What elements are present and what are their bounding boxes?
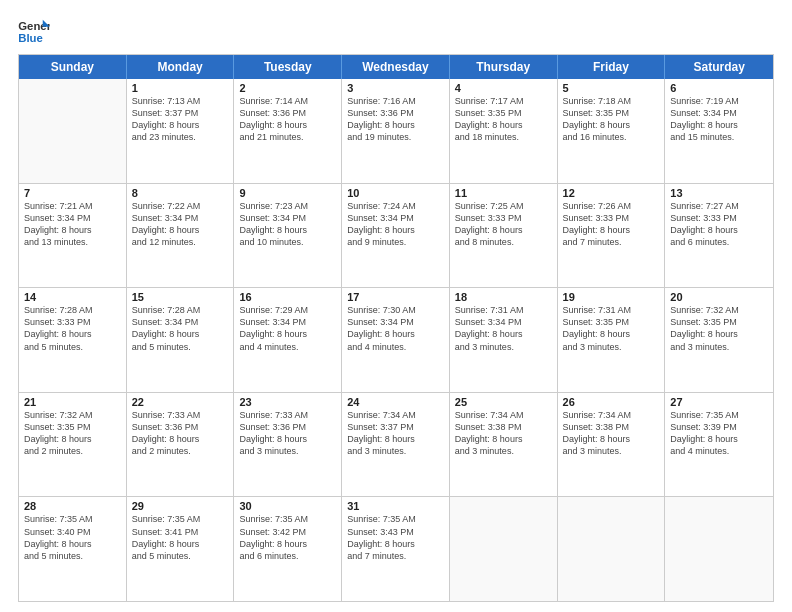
day-number: 30: [239, 500, 336, 512]
cell-line: Sunrise: 7:29 AM: [239, 304, 336, 316]
cell-line: and 15 minutes.: [670, 131, 768, 143]
day-cell-7: 7Sunrise: 7:21 AMSunset: 3:34 PMDaylight…: [19, 184, 127, 288]
day-number: 16: [239, 291, 336, 303]
day-cell-4: 4Sunrise: 7:17 AMSunset: 3:35 PMDaylight…: [450, 79, 558, 183]
cell-line: and 23 minutes.: [132, 131, 229, 143]
day-cell-19: 19Sunrise: 7:31 AMSunset: 3:35 PMDayligh…: [558, 288, 666, 392]
cell-line: and 2 minutes.: [132, 445, 229, 457]
cell-line: Sunset: 3:36 PM: [239, 107, 336, 119]
day-cell-17: 17Sunrise: 7:30 AMSunset: 3:34 PMDayligh…: [342, 288, 450, 392]
cell-line: and 3 minutes.: [239, 445, 336, 457]
day-number: 13: [670, 187, 768, 199]
cell-line: Sunset: 3:37 PM: [347, 421, 444, 433]
day-number: 24: [347, 396, 444, 408]
day-number: 15: [132, 291, 229, 303]
page: General Blue SundayMondayTuesdayWednesda…: [0, 0, 792, 612]
cell-line: Sunrise: 7:34 AM: [347, 409, 444, 421]
cell-line: and 13 minutes.: [24, 236, 121, 248]
cell-line: Sunrise: 7:23 AM: [239, 200, 336, 212]
cell-line: Sunset: 3:42 PM: [239, 526, 336, 538]
cell-line: Daylight: 8 hours: [347, 328, 444, 340]
day-cell-26: 26Sunrise: 7:34 AMSunset: 3:38 PMDayligh…: [558, 393, 666, 497]
cell-line: and 18 minutes.: [455, 131, 552, 143]
cell-line: and 4 minutes.: [239, 341, 336, 353]
cell-line: Sunset: 3:37 PM: [132, 107, 229, 119]
day-number: 31: [347, 500, 444, 512]
cell-line: and 19 minutes.: [347, 131, 444, 143]
cell-line: Sunrise: 7:28 AM: [132, 304, 229, 316]
day-cell-5: 5Sunrise: 7:18 AMSunset: 3:35 PMDaylight…: [558, 79, 666, 183]
cell-line: Sunrise: 7:34 AM: [563, 409, 660, 421]
cell-line: Sunrise: 7:35 AM: [239, 513, 336, 525]
day-cell-20: 20Sunrise: 7:32 AMSunset: 3:35 PMDayligh…: [665, 288, 773, 392]
cell-line: Daylight: 8 hours: [670, 433, 768, 445]
cell-line: Sunset: 3:35 PM: [670, 316, 768, 328]
cell-line: Daylight: 8 hours: [132, 224, 229, 236]
cell-line: Sunset: 3:34 PM: [455, 316, 552, 328]
cell-line: Daylight: 8 hours: [132, 119, 229, 131]
day-number: 29: [132, 500, 229, 512]
cell-line: Sunrise: 7:13 AM: [132, 95, 229, 107]
cell-line: Sunrise: 7:25 AM: [455, 200, 552, 212]
cell-line: Sunrise: 7:24 AM: [347, 200, 444, 212]
cell-line: and 7 minutes.: [347, 550, 444, 562]
day-cell-empty: [19, 79, 127, 183]
cell-line: and 8 minutes.: [455, 236, 552, 248]
cell-line: Sunrise: 7:26 AM: [563, 200, 660, 212]
cell-line: Daylight: 8 hours: [24, 538, 121, 550]
cell-line: Daylight: 8 hours: [563, 224, 660, 236]
cell-line: and 3 minutes.: [670, 341, 768, 353]
day-number: 27: [670, 396, 768, 408]
cell-line: Sunset: 3:33 PM: [563, 212, 660, 224]
cell-line: Sunset: 3:35 PM: [563, 107, 660, 119]
cell-line: Daylight: 8 hours: [24, 328, 121, 340]
cell-line: Sunset: 3:36 PM: [132, 421, 229, 433]
weekday-header: Wednesday: [342, 55, 450, 79]
day-number: 5: [563, 82, 660, 94]
day-cell-23: 23Sunrise: 7:33 AMSunset: 3:36 PMDayligh…: [234, 393, 342, 497]
cell-line: Daylight: 8 hours: [455, 224, 552, 236]
cell-line: Sunrise: 7:16 AM: [347, 95, 444, 107]
cell-line: Sunrise: 7:18 AM: [563, 95, 660, 107]
cell-line: Daylight: 8 hours: [670, 328, 768, 340]
cell-line: Sunset: 3:38 PM: [563, 421, 660, 433]
day-cell-24: 24Sunrise: 7:34 AMSunset: 3:37 PMDayligh…: [342, 393, 450, 497]
cell-line: Sunrise: 7:14 AM: [239, 95, 336, 107]
day-cell-27: 27Sunrise: 7:35 AMSunset: 3:39 PMDayligh…: [665, 393, 773, 497]
cell-line: Daylight: 8 hours: [563, 119, 660, 131]
cell-line: Daylight: 8 hours: [239, 538, 336, 550]
cell-line: Sunset: 3:34 PM: [347, 316, 444, 328]
cell-line: Sunset: 3:34 PM: [132, 316, 229, 328]
cell-line: and 3 minutes.: [563, 341, 660, 353]
weekday-header: Sunday: [19, 55, 127, 79]
cell-line: Sunrise: 7:31 AM: [455, 304, 552, 316]
day-cell-12: 12Sunrise: 7:26 AMSunset: 3:33 PMDayligh…: [558, 184, 666, 288]
cell-line: Sunset: 3:43 PM: [347, 526, 444, 538]
day-cell-8: 8Sunrise: 7:22 AMSunset: 3:34 PMDaylight…: [127, 184, 235, 288]
cell-line: Daylight: 8 hours: [347, 538, 444, 550]
day-cell-21: 21Sunrise: 7:32 AMSunset: 3:35 PMDayligh…: [19, 393, 127, 497]
day-number: 28: [24, 500, 121, 512]
cell-line: Daylight: 8 hours: [239, 328, 336, 340]
cell-line: Sunrise: 7:35 AM: [24, 513, 121, 525]
cell-line: Sunrise: 7:32 AM: [24, 409, 121, 421]
day-cell-28: 28Sunrise: 7:35 AMSunset: 3:40 PMDayligh…: [19, 497, 127, 601]
day-number: 9: [239, 187, 336, 199]
cell-line: Sunset: 3:34 PM: [239, 212, 336, 224]
cell-line: Sunrise: 7:32 AM: [670, 304, 768, 316]
cell-line: Daylight: 8 hours: [347, 224, 444, 236]
cell-line: Daylight: 8 hours: [132, 433, 229, 445]
cell-line: and 3 minutes.: [455, 341, 552, 353]
cell-line: and 7 minutes.: [563, 236, 660, 248]
cell-line: and 5 minutes.: [24, 341, 121, 353]
cell-line: Daylight: 8 hours: [347, 433, 444, 445]
day-number: 3: [347, 82, 444, 94]
cell-line: and 10 minutes.: [239, 236, 336, 248]
day-number: 23: [239, 396, 336, 408]
cell-line: and 5 minutes.: [24, 550, 121, 562]
day-number: 26: [563, 396, 660, 408]
cell-line: and 6 minutes.: [670, 236, 768, 248]
cell-line: Sunset: 3:35 PM: [563, 316, 660, 328]
cell-line: Daylight: 8 hours: [132, 538, 229, 550]
cell-line: Daylight: 8 hours: [455, 119, 552, 131]
